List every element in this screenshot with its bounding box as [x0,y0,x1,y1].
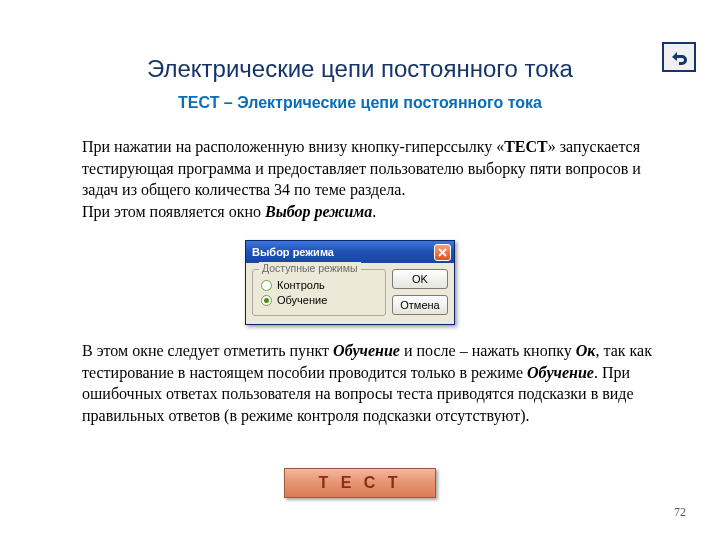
page-subtitle: ТЕСТ – Электрические цепи постоянного то… [0,94,720,112]
close-icon [438,248,447,257]
group-legend: Доступные режимы [259,262,361,274]
text: . [372,203,376,220]
text: В этом окне следует отметить пункт [82,342,333,359]
dialog-button-column: OK Отмена [392,269,448,316]
intro-paragraph: При нажатии на расположенную внизу кнопк… [82,136,652,222]
text-italic: Ок [576,342,596,359]
dialog-title: Выбор режима [252,246,334,258]
text-bold: ТЕСТ [504,138,548,155]
page-title: Электрические цепи постоянного тока [0,55,720,83]
dialog-close-button[interactable] [434,244,451,261]
radio-label: Контроль [277,279,325,291]
dialog-titlebar[interactable]: Выбор режима [246,241,454,263]
radio-icon [261,295,272,306]
text: При этом появляется окно [82,203,265,220]
dialog-body: Доступные режимы Контроль Обучение OK От… [246,263,454,324]
radio-label: Обучение [277,294,327,306]
test-link-button[interactable]: Т Е С Т [284,468,436,498]
radio-option-control[interactable]: Контроль [261,279,377,291]
text-italic: Выбор режима [265,203,372,220]
text: При нажатии на расположенную внизу кнопк… [82,138,504,155]
mode-dialog: Выбор режима Доступные режимы Контроль О… [245,240,455,325]
cancel-button[interactable]: Отмена [392,295,448,315]
ok-button[interactable]: OK [392,269,448,289]
text-italic: Обучение [333,342,400,359]
page-number: 72 [674,505,686,520]
text-italic: Обучение [527,364,594,381]
instructions-paragraph: В этом окне следует отметить пункт Обуче… [82,340,652,426]
radio-option-learning[interactable]: Обучение [261,294,377,306]
radio-icon [261,280,272,291]
mode-groupbox: Доступные режимы Контроль Обучение [252,269,386,316]
text: и после – нажать кнопку [400,342,576,359]
